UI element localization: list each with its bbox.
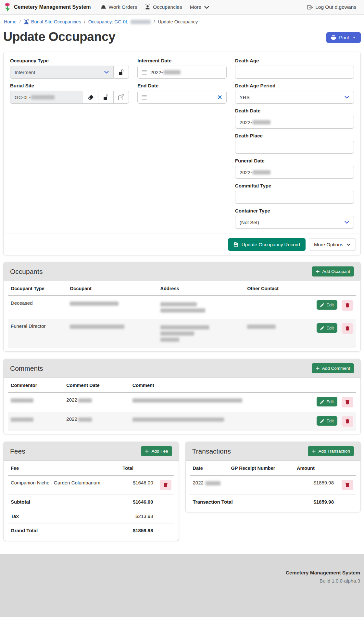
interment-date-label: Interment Date [137, 58, 227, 63]
add-fee-button[interactable]: Add Fee [141, 446, 172, 456]
breadcrumb-separator: / [154, 19, 155, 24]
death-date-input[interactable]: 2022- [235, 116, 354, 129]
death-age-period-label: Death Age Period [235, 83, 354, 88]
redacted-death-date [253, 120, 270, 124]
person-bounding-box-icon [24, 19, 29, 24]
nav-item-occupancies[interactable]: Occupancies [141, 2, 186, 12]
fees-table: Fee Total Companion Niche - Garden Colum… [8, 461, 174, 537]
clear-x-icon[interactable] [218, 95, 222, 99]
burial-site-open-button[interactable] [114, 91, 129, 104]
death-age-period-select[interactable]: YRS [235, 91, 354, 104]
occupancy-type-unlock-button[interactable] [114, 66, 129, 79]
redacted-occupancy-id [131, 20, 151, 24]
breadcrumb-label: Burial Site Occupancies [31, 19, 81, 24]
tax-label: Tax [8, 509, 120, 523]
occupant-address-cell [158, 296, 245, 319]
col-address: Address [158, 282, 245, 296]
death-age-input[interactable] [235, 66, 354, 79]
fees-grand-total-row: Grand Total $1859.98 [8, 523, 174, 538]
occupancy-type-select[interactable]: Interment [10, 66, 114, 79]
col-occupant: Occupant [67, 282, 157, 296]
print-button[interactable]: Print [326, 32, 361, 43]
page-footer: Cemetery Management System Build 1.0.0-a… [0, 554, 364, 617]
col-occupant-type: Occupant Type [8, 282, 67, 296]
breadcrumb-home[interactable]: Home [4, 19, 17, 24]
comments-section: Comments Add Comment Commentor Comment D… [3, 359, 361, 434]
fees-title: Fees [10, 447, 25, 455]
eraser-icon [88, 95, 94, 100]
add-transaction-button[interactable]: Add Transaction [308, 446, 354, 456]
end-date-input[interactable] [137, 91, 227, 104]
nav-item-work-orders[interactable]: Work Orders [97, 2, 141, 12]
pencil-icon [320, 400, 324, 404]
external-link-icon [119, 95, 124, 100]
transaction-gp-receipt-cell [229, 475, 295, 495]
transaction-total-row: Transaction Total $1859.98 [190, 495, 356, 509]
edit-occupant-button[interactable]: Edit [317, 323, 337, 333]
delete-comment-button[interactable] [342, 397, 353, 407]
edit-comment-button[interactable]: Edit [317, 416, 337, 426]
funeral-date-input[interactable]: 2022- [235, 166, 354, 179]
burial-site-input[interactable]: GC-0L- [10, 91, 83, 104]
breadcrumb: Home / Burial Site Occupancies / Occupan… [3, 15, 361, 28]
fee-row: Companion Niche - Garden Columbarium $16… [8, 475, 174, 495]
delete-occupant-button[interactable] [342, 323, 353, 334]
occupant-row: Funeral Director Edi [8, 319, 356, 348]
burial-site-unlock-button[interactable] [98, 91, 114, 104]
container-type-select[interactable]: (Not Set) [235, 216, 354, 229]
col-date: Date [190, 461, 229, 475]
add-comment-button[interactable]: Add Comment [312, 363, 354, 373]
edit-comment-button[interactable]: Edit [317, 397, 337, 406]
redacted-burial-site [31, 95, 55, 99]
edit-label: Edit [326, 326, 333, 330]
comment-row: 2022 Edit [8, 412, 356, 431]
more-options-button[interactable]: More Options [309, 238, 356, 251]
col-actions [310, 379, 356, 392]
occupancy-type-label: Occupancy Type [10, 58, 129, 63]
burial-site-clear-button[interactable] [83, 91, 98, 104]
commentor-cell [8, 412, 64, 431]
navbar: Cemetery Management System Work Orders O… [0, 0, 364, 15]
delete-transaction-button[interactable] [342, 480, 353, 490]
logout-link[interactable]: Log Out d.gowans [303, 2, 360, 12]
fee-total-cell: $1646.00 [120, 475, 156, 495]
nav-item-label: More [190, 4, 201, 10]
comment-date-cell: 2022 [64, 412, 130, 431]
breadcrumb-occupancy[interactable]: Occupancy: GC-0L [88, 19, 151, 24]
transaction-total-value: $1859.98 [294, 495, 336, 509]
delete-occupant-button[interactable] [342, 300, 353, 311]
transaction-amount-cell: $1859.98 [294, 475, 336, 495]
unlock-icon [119, 70, 124, 75]
nav-links: Work Orders Occupancies More [97, 2, 214, 12]
add-fee-label: Add Fee [151, 449, 168, 454]
col-actions [156, 461, 174, 475]
committal-type-input[interactable] [235, 191, 354, 204]
redacted-address-line [160, 308, 205, 313]
delete-comment-button[interactable] [342, 416, 353, 427]
brand-link[interactable]: Cemetery Management System [4, 2, 91, 12]
update-occupancy-record-button[interactable]: Update Occupancy Record [228, 238, 306, 251]
brand-text: Cemetery Management System [14, 4, 91, 10]
end-date-label: End Date [137, 83, 227, 88]
fees-section: Fees Add Fee Fee Total [3, 442, 179, 541]
save-icon [233, 242, 238, 247]
interment-date-input[interactable]: 2022- [137, 66, 227, 79]
comment-row: 2022 Edit [8, 392, 356, 412]
fees-tax-row: Tax $213.98 [8, 509, 174, 523]
occupant-other-contact-cell [245, 319, 310, 348]
edit-occupant-button[interactable]: Edit [317, 300, 337, 310]
breadcrumb-current: Update Occupancy [158, 19, 198, 24]
occupant-name-cell [67, 296, 157, 319]
death-date-value-prefix: 2022- [240, 120, 252, 125]
calendar-icon [142, 95, 147, 100]
add-occupant-button[interactable]: Add Occupant [312, 266, 354, 276]
breadcrumb-burial-site-occupancies[interactable]: Burial Site Occupancies [24, 19, 81, 24]
redacted-interment-date [164, 70, 181, 74]
redacted-comment [132, 418, 224, 422]
delete-fee-button[interactable] [160, 480, 171, 490]
transaction-total-label: Transaction Total [190, 495, 295, 509]
death-place-input[interactable] [235, 141, 354, 154]
breadcrumb-separator: / [84, 19, 85, 24]
subtotal-value: $1646.00 [120, 495, 156, 509]
nav-item-more[interactable]: More [186, 2, 213, 12]
